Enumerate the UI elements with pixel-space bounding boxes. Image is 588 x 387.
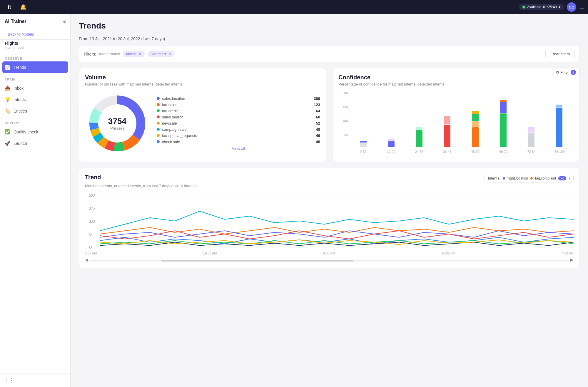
bar-segment-6-1 [528,127,534,133]
avatar-button[interactable]: CO [567,2,576,12]
bar-stack-2 [416,127,422,147]
legend-name-0: sales.location [162,96,309,101]
sidebar-item-inbox[interactable]: 📥 Inbox [0,82,70,94]
legend-count-6: 46 [316,133,320,138]
x-label-6: 72-84 [517,150,546,153]
top-nav: It 🔔 Available 01:25:43 ▾ CO ☰ [0,0,588,14]
legend-name-6: faq.special_requests [162,133,311,138]
legend-dot-2 [157,109,160,112]
sidebar-collapse-icon[interactable]: ◀ [62,19,66,24]
y-label-100: 100 [338,119,348,123]
svg-text:15: 15 [89,206,95,210]
bar-stack-1 [388,139,395,147]
bar-stack-7 [556,105,562,147]
filter-button[interactable]: ⧉ Filter 2 [552,68,580,77]
filter-count-badge: 2 [571,70,576,75]
page-title: Trends [79,21,580,31]
intents-icon: 💡 [5,97,11,102]
sidebar-item-intents[interactable]: 💡 Intents [0,94,70,105]
trend-subtitle: Matched intents, detected intents, from … [85,184,574,188]
sidebar-title: AI Trainer [5,19,26,24]
donut-chart: 3754 Phrases [85,91,150,156]
bar-group-2 [406,91,432,147]
bar-group-5 [490,91,516,147]
intent2-dot [530,177,533,180]
back-label: Back to Models [8,32,34,36]
clear-filters-button[interactable]: Clear filters [545,50,575,58]
trend-header: Trend Intents: flight.location faq.compl… [85,174,574,182]
legend-dot-3 [157,115,160,118]
legend-dot-1 [157,103,160,106]
legend-item-0: sales.location 389 [157,96,320,101]
view-all-link[interactable]: View all [157,146,320,151]
grid-icon[interactable]: ⋮⋮ [4,377,14,383]
filter-icon: ⧉ [556,70,559,75]
legend-count-7: 48 [316,140,320,144]
top-nav-right: Available 01:25:43 ▾ CO ☰ [519,2,584,12]
legend-dot-6 [157,134,160,137]
sidebar-item-trends[interactable]: 📈 Trends [2,61,68,73]
filter-match-text: Match [126,52,136,56]
legend-item-6: faq.special_requests 46 [157,133,320,138]
donut-total: 3754 [108,117,126,126]
legend-dot-4 [157,122,160,125]
bar-segment-4-2 [472,114,479,121]
bar-segment-5-1 [500,102,507,113]
filters-label: Filters: [84,52,96,56]
legend-count-3: 60 [316,115,320,119]
trends-icon: 📈 [5,64,11,70]
date-range: From 13 Jul, 2021 to 20 Jul, 2022 (Last … [79,36,580,41]
sidebar-label-intents: Intents [14,97,26,102]
legend-item-3: sales.search 60 [157,115,320,119]
app-logo: It [4,1,15,13]
scroll-left-icon[interactable]: ◀ [85,257,88,262]
intents-label: Intents: [488,176,500,180]
status-text: Available [527,5,541,9]
main-content: Trends From 13 Jul, 2021 to 20 Jul, 2022… [71,14,588,387]
filter-label: Filter [560,70,569,75]
bar-group-1 [378,91,404,147]
sidebar-label-entities: Entities [14,109,27,113]
sidebar-label-inbox: Inbox [14,86,24,91]
bar-segment-4-3 [472,111,479,114]
entities-icon: 🏷️ [5,108,11,114]
filter-match-remove[interactable]: ✕ [139,52,142,56]
hamburger-icon[interactable]: ☰ [579,4,584,11]
back-to-models[interactable]: ‹ Back to Models [0,29,70,40]
bar-group-3 [434,91,460,147]
x-label-4am: 4:00 AM [85,252,97,255]
legend-item-1: faq.sales 123 [157,103,320,107]
sidebar-item-quality-check[interactable]: ✅ Quality check [0,126,70,138]
sidebar-header: AI Trainer ◀ [0,14,70,29]
x-label-4am-next: 4:00 AM [562,252,574,255]
sidebar-label-quality-check: Quality check [14,130,38,134]
bar-stack-6 [528,127,534,147]
scroll-thumb [161,260,353,262]
legend-name-4: new.sale [162,121,311,125]
svg-text:20: 20 [89,193,95,197]
status-chevron: ▾ [559,5,560,9]
scroll-right-icon[interactable]: ▶ [570,257,574,262]
legend-dot-0 [157,97,160,100]
sidebar-item-launch[interactable]: 🚀 Launch [0,138,70,149]
bell-icon[interactable]: 🔔 [20,4,26,10]
status-badge[interactable]: Available 01:25:43 ▾ [519,4,564,10]
launch-icon: 🚀 [5,140,11,146]
bar-segment-4-1 [472,121,479,127]
sidebar-item-entities[interactable]: 🏷️ Entities [0,105,70,117]
volume-legend: sales.location 389 faq.sales 123 faq.cre… [157,96,320,144]
legend-item-7: check.sale 48 [157,140,320,144]
intent2-name: faq.complaint [535,176,556,180]
bar-stack-4 [472,111,479,147]
legend-count-2: 64 [316,109,320,113]
scroll-track[interactable] [89,260,569,262]
model-info: Flights Intent model [0,40,70,52]
bar-segment-0-1 [360,141,367,143]
intents-control[interactable]: Intents: flight.location faq.complaint +… [485,174,574,182]
filter-detected-remove[interactable]: ✕ [168,52,171,56]
bar-group-7 [546,91,572,147]
confidence-x-labels: 0-1212-2424-3636-4648-6060-7272-8484-100 [349,148,574,156]
volume-subtitle: Number of phrases with matched intents, … [85,82,320,86]
y-label-200: 200 [338,91,348,95]
confidence-card: Confidence Percentage of confidence for … [332,68,580,162]
